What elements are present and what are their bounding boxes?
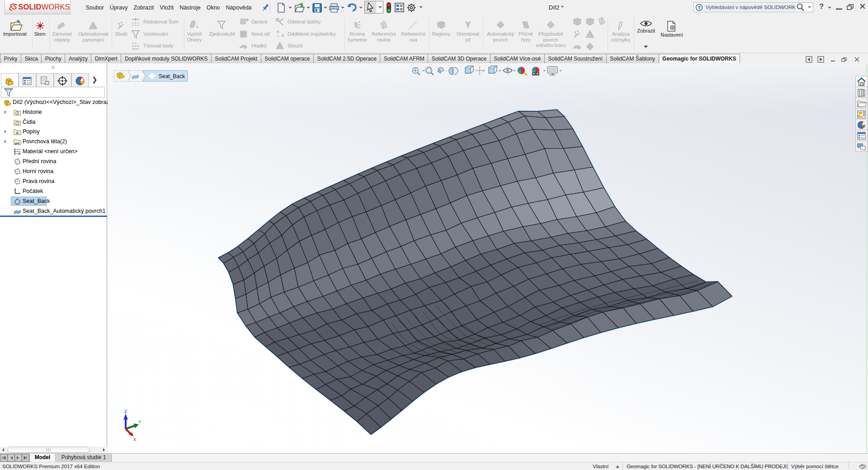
svg-text:X: X [133,437,136,442]
svg-text:?: ? [698,5,701,10]
svg-text:Z: Z [124,409,127,414]
svg-text:Y: Y [138,420,141,425]
svg-text:Seat_Back: Seat_Back [159,73,185,80]
